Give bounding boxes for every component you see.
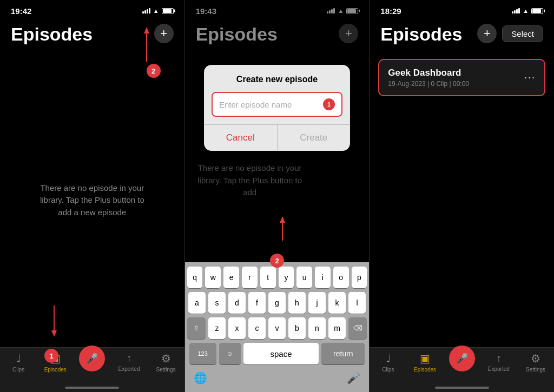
kb-row-3: ⇧ z x c v b n m ⌫ <box>187 317 367 339</box>
tab-mic-1[interactable]: 🎤 <box>74 352 110 371</box>
episodes-label-1: Episodes <box>44 367 67 373</box>
status-time-3: 18:29 <box>380 6 401 16</box>
key-return[interactable]: return <box>321 343 365 364</box>
episode-list-item[interactable]: Geek Dashboard 19-Aug-2023 | 0 Clip | 00… <box>378 59 545 96</box>
status-bar-1: 19:42 ▲ <box>0 0 184 19</box>
signal-icon-3 <box>512 8 520 14</box>
phone-screen-2: 19:43 ▲ + Episodes Create new episode En… <box>185 0 370 392</box>
exported-icon-3: ↑ <box>496 352 502 364</box>
arrow-to-create <box>280 216 296 243</box>
status-bar-3: 18:29 ▲ <box>370 0 554 19</box>
status-icons-1: ▲ <box>142 8 174 14</box>
globe-icon[interactable]: 🌐 <box>194 371 207 384</box>
key-d[interactable]: d <box>228 292 246 314</box>
episode-meta: 19-Aug-2023 | 0 Clip | 00:00 <box>388 80 469 88</box>
key-o[interactable]: o <box>333 267 349 288</box>
select-button[interactable]: Select <box>502 25 543 42</box>
key-a[interactable]: a <box>188 292 206 314</box>
exported-label-3: Exported <box>488 366 510 372</box>
episode-info: Geek Dashboard 19-Aug-2023 | 0 Clip | 00… <box>388 68 469 88</box>
key-f[interactable]: f <box>248 292 266 314</box>
episode-more-button[interactable]: ··· <box>524 72 536 83</box>
key-h[interactable]: h <box>288 292 306 314</box>
key-n[interactable]: n <box>308 317 326 339</box>
create-button[interactable]: Create <box>278 125 351 151</box>
key-t[interactable]: t <box>260 267 276 288</box>
key-z[interactable]: z <box>208 317 226 339</box>
episode-name-input[interactable]: Enter episode name <box>219 100 323 109</box>
key-r[interactable]: r <box>242 267 258 288</box>
kb-row-2: a s d f g h j k l <box>187 292 367 314</box>
battery-icon-1 <box>162 8 174 14</box>
exported-icon-1: ↑ <box>126 352 131 364</box>
key-g[interactable]: g <box>268 292 286 314</box>
settings-icon-3: ⚙ <box>531 352 540 365</box>
dialog-title: Create new episode <box>204 65 350 92</box>
wifi-icon-3: ▲ <box>523 8 529 14</box>
dialog-input-container[interactable]: Enter episode name 1 <box>212 92 342 117</box>
key-emoji[interactable]: ☺ <box>219 343 241 364</box>
tab-settings-3[interactable]: ⚙ Settings <box>517 352 554 373</box>
clips-label-1: Clips <box>12 367 24 373</box>
main-content-3 <box>370 102 554 347</box>
keyboard: q w e r t y u i o p a s d f g h j k l ⇧ … <box>185 262 370 392</box>
mic-button-3[interactable]: 🎤 <box>449 346 475 371</box>
clips-icon-1: ♩ <box>16 352 21 365</box>
key-k[interactable]: k <box>328 292 346 314</box>
key-l[interactable]: l <box>348 292 366 314</box>
svg-marker-3 <box>51 330 57 337</box>
key-delete[interactable]: ⌫ <box>348 317 367 339</box>
input-annotation-badge: 1 <box>323 98 335 110</box>
key-w[interactable]: w <box>205 267 221 288</box>
plus-button-3[interactable]: + <box>477 24 497 43</box>
tab-exported-3[interactable]: ↑ Exported <box>480 352 517 372</box>
main-content-1: There are no episode in your library. Ta… <box>0 54 184 347</box>
svg-marker-1 <box>144 27 149 34</box>
key-v[interactable]: v <box>268 317 286 339</box>
cancel-button[interactable]: Cancel <box>204 125 278 151</box>
tab-clips-1[interactable]: ♩ Clips <box>0 352 37 373</box>
tab-clips-3[interactable]: ♩ Clips <box>370 352 406 373</box>
phone-screen-1: 19:42 ▲ + Episodes There are no episode … <box>0 0 185 392</box>
tab-exported-1[interactable]: ↑ Exported <box>110 352 147 372</box>
empty-text-1: There are no episode in your library. Ta… <box>38 182 146 219</box>
key-y[interactable]: y <box>279 267 294 288</box>
status-time-1: 19:42 <box>11 6 31 16</box>
tab-bar-3: ♩ Clips ▣ Episodes 🎤 ↑ Exported ⚙ Settin… <box>370 347 554 392</box>
arrow-to-plus <box>138 27 155 65</box>
dialog-box: Create new episode Enter episode name 1 … <box>204 65 350 151</box>
phone-screen-3: 18:29 ▲ + Select Episodes Geek Dashboard… <box>370 0 554 392</box>
annotation-2-s2: 2 <box>270 254 284 268</box>
key-x[interactable]: x <box>228 317 246 339</box>
key-s[interactable]: s <box>208 292 226 314</box>
plus-button-1[interactable]: + <box>154 24 174 43</box>
kb-row-4: 123 ☺ space return <box>187 343 367 364</box>
tab-settings-1[interactable]: ⚙ Settings <box>148 352 184 373</box>
mic-icon-kb[interactable]: 🎤 <box>347 371 360 384</box>
key-e[interactable]: e <box>223 267 239 288</box>
settings-icon-1: ⚙ <box>161 352 171 365</box>
key-shift[interactable]: ⇧ <box>187 317 206 339</box>
kb-bottom-bar: 🌐 🎤 <box>187 368 367 388</box>
dialog-actions: Cancel Create <box>204 124 350 151</box>
exported-label-1: Exported <box>118 366 140 372</box>
kb-row-1: q w e r t y u i o p <box>187 267 367 288</box>
wifi-icon-1: ▲ <box>153 8 159 14</box>
key-123[interactable]: 123 <box>189 343 216 364</box>
key-space[interactable]: space <box>243 343 319 364</box>
key-q[interactable]: q <box>187 267 203 288</box>
key-p[interactable]: p <box>352 267 367 288</box>
clips-label-3: Clips <box>382 367 394 373</box>
key-m[interactable]: m <box>328 317 346 339</box>
key-b[interactable]: b <box>288 317 306 339</box>
tab-mic-3[interactable]: 🎤 <box>444 352 480 371</box>
home-indicator-1 <box>65 387 119 389</box>
key-j[interactable]: j <box>308 292 326 314</box>
key-i[interactable]: i <box>315 267 331 288</box>
battery-icon-3 <box>531 8 543 14</box>
mic-button-1[interactable]: 🎤 <box>79 346 105 371</box>
tab-episodes-3[interactable]: ▣ Episodes <box>406 352 443 373</box>
annotation-2-s1: 2 <box>147 64 161 78</box>
key-u[interactable]: u <box>296 267 312 288</box>
key-c[interactable]: c <box>248 317 266 339</box>
